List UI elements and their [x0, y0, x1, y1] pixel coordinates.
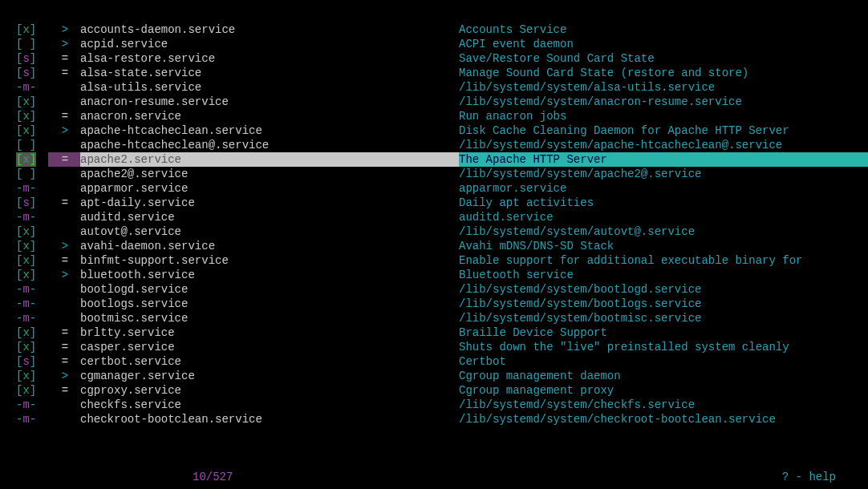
service-name: apache-htcacheclean.service: [80, 123, 459, 138]
service-row[interactable]: [x] > bluetooth.serviceBluetooth service: [16, 268, 868, 282]
service-name: apparmor.service: [80, 181, 459, 196]
state-indicator: [x]: [16, 268, 48, 282]
substate-indicator: =: [48, 325, 80, 340]
service-name: checkroot-bootclean.service: [80, 412, 459, 426]
service-description: apparmor.service: [459, 181, 868, 196]
state-indicator: [x]: [16, 152, 48, 167]
service-description: Avahi mDNS/DNS-SD Stack: [459, 239, 868, 253]
substate-indicator: [48, 224, 80, 239]
substate-indicator: =: [48, 354, 80, 369]
service-name: apache-htcacheclean@.service: [80, 138, 459, 152]
help-hint: ? - help: [782, 470, 836, 484]
service-row[interactable]: [x] > apache-htcacheclean.serviceDisk Ca…: [16, 123, 868, 138]
state-indicator: [x]: [16, 325, 48, 340]
state-indicator: -m-: [16, 311, 48, 325]
service-row[interactable]: [ ] apache2@.service/lib/systemd/system/…: [16, 167, 868, 181]
service-name: checkfs.service: [80, 398, 459, 412]
substate-indicator: =: [48, 340, 80, 354]
state-indicator: -m-: [16, 80, 48, 95]
substate-indicator: [48, 181, 80, 196]
service-name: anacron.service: [80, 109, 459, 123]
state-indicator: [ ]: [16, 37, 48, 51]
service-description: /lib/systemd/system/bootlogs.service: [459, 297, 868, 311]
service-row[interactable]: [x] = binfmt-support.serviceEnable suppo…: [16, 253, 868, 268]
service-description: /lib/systemd/system/bootmisc.service: [459, 311, 868, 325]
service-description: The Apache HTTP Server: [459, 152, 868, 167]
state-indicator: [s]: [16, 66, 48, 80]
substate-indicator: >: [48, 369, 80, 383]
state-indicator: [x]: [16, 95, 48, 109]
service-name: alsa-utils.service: [80, 80, 459, 95]
service-row[interactable]: -m- alsa-utils.service/lib/systemd/syste…: [16, 80, 868, 95]
service-row[interactable]: [x] = apache2.serviceThe Apache HTTP Ser…: [16, 152, 868, 167]
service-row[interactable]: [s] = alsa-restore.serviceSave/Restore S…: [16, 51, 868, 66]
state-indicator: -m-: [16, 398, 48, 412]
service-description: ACPI event daemon: [459, 37, 868, 51]
service-name: apache2.service: [80, 152, 459, 167]
service-name: alsa-restore.service: [80, 51, 459, 66]
service-row[interactable]: [ ] apache-htcacheclean@.service/lib/sys…: [16, 138, 868, 152]
state-indicator: -m-: [16, 282, 48, 297]
service-name: brltty.service: [80, 325, 459, 340]
service-row[interactable]: [s] = certbot.serviceCertbot: [16, 354, 868, 369]
service-row[interactable]: [x] = casper.serviceShuts down the "live…: [16, 340, 868, 354]
service-row[interactable]: -m- auditd.serviceauditd.service: [16, 210, 868, 224]
substate-indicator: =: [48, 253, 80, 268]
state-indicator: -m-: [16, 412, 48, 426]
state-indicator: [s]: [16, 196, 48, 210]
substate-indicator: [48, 412, 80, 426]
service-description: Bluetooth service: [459, 268, 868, 282]
service-description: Enable support for additional executable…: [459, 253, 868, 268]
service-row[interactable]: [ ] > acpid.serviceACPI event daemon: [16, 37, 868, 51]
service-row[interactable]: [x] autovt@.service/lib/systemd/system/a…: [16, 224, 868, 239]
service-description: /lib/systemd/system/anacron-resume.servi…: [459, 95, 868, 109]
service-row[interactable]: -m- bootmisc.service/lib/systemd/system/…: [16, 311, 868, 325]
service-name: casper.service: [80, 340, 459, 354]
substate-indicator: =: [48, 152, 80, 167]
service-row[interactable]: [x] anacron-resume.service/lib/systemd/s…: [16, 95, 868, 109]
state-indicator: -m-: [16, 181, 48, 196]
substate-indicator: [48, 398, 80, 412]
service-description: auditd.service: [459, 210, 868, 224]
service-name: certbot.service: [80, 354, 459, 369]
status-bar: 10/527 ? - help: [16, 470, 852, 484]
service-name: apache2@.service: [80, 167, 459, 181]
state-indicator: [ ]: [16, 167, 48, 181]
service-name: apt-daily.service: [80, 196, 459, 210]
service-name: bluetooth.service: [80, 268, 459, 282]
service-row[interactable]: [x] > cgmanager.serviceCgroup management…: [16, 369, 868, 383]
state-indicator: [x]: [16, 253, 48, 268]
service-list[interactable]: [x] > accounts-daemon.serviceAccounts Se…: [16, 22, 868, 426]
service-row[interactable]: -m- apparmor.serviceapparmor.service: [16, 181, 868, 196]
service-name: bootmisc.service: [80, 311, 459, 325]
service-name: anacron-resume.service: [80, 95, 459, 109]
substate-indicator: [48, 95, 80, 109]
state-indicator: [x]: [16, 22, 48, 37]
service-description: Cgroup management proxy: [459, 383, 868, 398]
service-description: /lib/systemd/system/checkfs.service: [459, 398, 868, 412]
substate-indicator: [48, 311, 80, 325]
substate-indicator: [48, 210, 80, 224]
service-row[interactable]: -m- bootlogd.service/lib/systemd/system/…: [16, 282, 868, 297]
substate-indicator: >: [48, 22, 80, 37]
service-row[interactable]: [s] = alsa-state.serviceManage Sound Car…: [16, 66, 868, 80]
service-row[interactable]: [x] = brltty.serviceBraille Device Suppo…: [16, 325, 868, 340]
service-row[interactable]: -m- checkfs.service/lib/systemd/system/c…: [16, 398, 868, 412]
service-name: cgmanager.service: [80, 369, 459, 383]
service-row[interactable]: -m- bootlogs.service/lib/systemd/system/…: [16, 297, 868, 311]
state-indicator: [x]: [16, 369, 48, 383]
substate-indicator: [48, 167, 80, 181]
service-name: binfmt-support.service: [80, 253, 459, 268]
service-row[interactable]: [x] > avahi-daemon.serviceAvahi mDNS/DNS…: [16, 239, 868, 253]
service-row[interactable]: [x] > accounts-daemon.serviceAccounts Se…: [16, 22, 868, 37]
service-row[interactable]: -m- checkroot-bootclean.service/lib/syst…: [16, 412, 868, 426]
state-indicator: [x]: [16, 340, 48, 354]
service-row[interactable]: [x] = anacron.serviceRun anacron jobs: [16, 109, 868, 123]
position-indicator: 10/527: [193, 470, 233, 484]
substate-indicator: =: [48, 109, 80, 123]
service-description: /lib/systemd/system/apache2@.service: [459, 167, 868, 181]
service-row[interactable]: [x] = cgproxy.serviceCgroup management p…: [16, 383, 868, 398]
service-description: Cgroup management daemon: [459, 369, 868, 383]
service-row[interactable]: [s] = apt-daily.serviceDaily apt activit…: [16, 196, 868, 210]
substate-indicator: >: [48, 123, 80, 138]
